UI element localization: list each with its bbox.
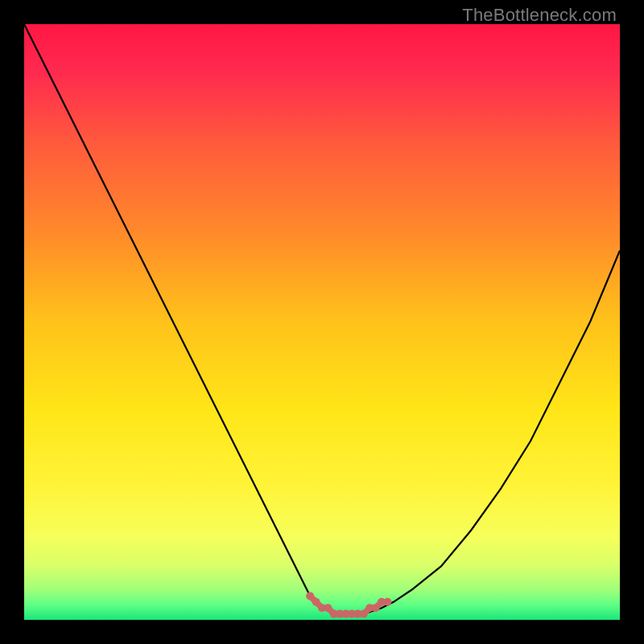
marker-dot [360, 610, 368, 618]
watermark-text: TheBottleneck.com [462, 5, 617, 26]
marker-dot [372, 604, 380, 612]
marker-dot [306, 592, 314, 600]
marker-dot [324, 604, 332, 612]
chart-frame: TheBottleneck.com [0, 0, 644, 644]
marker-dot [312, 598, 320, 606]
optimal-band-marker [306, 592, 391, 617]
bottleneck-curve [24, 24, 620, 614]
plot-area [24, 24, 620, 620]
curve-layer [24, 24, 620, 620]
marker-dot [383, 598, 391, 606]
